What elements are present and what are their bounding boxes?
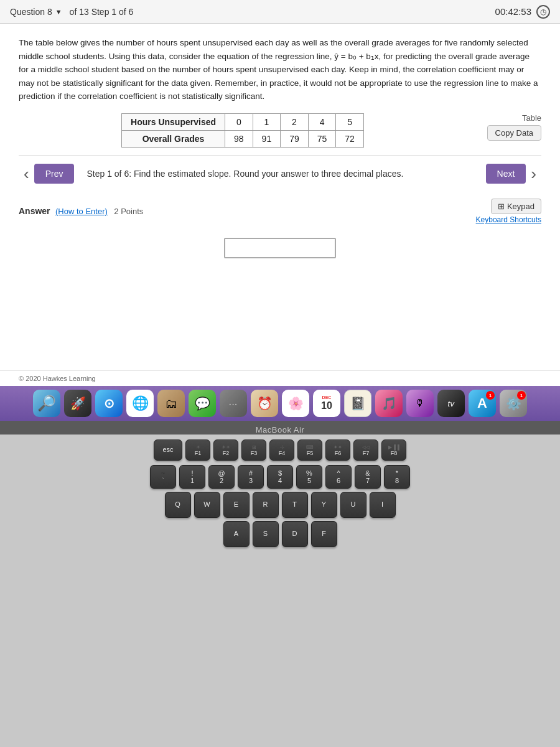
key-y[interactable]: Y [311,492,337,518]
key-t[interactable]: T [282,492,308,518]
next-button[interactable]: Next [486,164,526,184]
dock-finder[interactable]: 🔎 [33,390,60,417]
key-1[interactable]: ! 1 [179,465,205,489]
timer-display: 00:42:53 [495,6,531,17]
table-label: Table [522,113,541,123]
key-f4[interactable]: ⊹ F4 [269,439,294,461]
key-w[interactable]: W [194,492,220,518]
key-4[interactable]: $ 4 [267,465,293,489]
screen: Question 8 ▼ of 13 Step 1 of 6 00:42:53 … [0,0,560,386]
nav-row: ‹ Prev Step 1 of 6: Find the estimated s… [19,155,541,192]
key-f6[interactable]: ✦✦ F6 [325,439,350,461]
key-s[interactable]: S [253,521,279,547]
cell-grade-1: 91 [253,130,281,147]
key-i[interactable]: I [370,492,396,518]
key-5[interactable]: % 5 [296,465,322,489]
dock-chrome[interactable]: 🌐 [126,390,154,417]
answer-section: Answer (How to Enter) 2 Points ⊞ Keypad … [19,192,541,270]
key-r[interactable]: R [253,492,279,518]
key-f[interactable]: F [311,521,337,547]
key-f8[interactable]: ▶▐▐ F8 [381,439,406,461]
key-6[interactable]: ^ 6 [325,465,352,489]
timer-area: 00:42:53 ◷ [495,5,550,19]
question-selector[interactable]: Question 8 ▼ of 13 Step 1 of 6 [10,7,133,17]
dock-files[interactable]: 🗂 [157,390,185,417]
dock-podcast[interactable]: 🎙 [406,390,434,417]
dock-notes[interactable]: 📓 [344,390,371,417]
cell-hours-4: 5 [336,113,364,130]
dock-safari[interactable]: ⊙ [95,390,123,417]
appstore-badge: 1 [486,391,495,400]
key-esc[interactable]: esc [154,439,182,461]
dock-photos[interactable]: 🌸 [282,390,309,417]
qwerty-key-row: Q W E R T Y U I [12,492,548,518]
key-f1[interactable]: ☀ F1 [185,439,210,461]
answer-input[interactable] [224,238,336,258]
dock-bar: 🔎 🚀 ⊙ 🌐 🗂 💬 ··· ⏰ 🌸 DEC 10 📓 🎵 � [0,386,560,421]
keyboard-shortcuts-link[interactable]: Keyboard Shortcuts [476,215,541,224]
key-f5[interactable]: ⌨ F5 [297,439,322,461]
key-f7[interactable]: ◁◁ F7 [353,439,378,461]
dock-appletv[interactable]: tv [437,390,465,417]
col-header-label: Hours Unsupervised [122,113,225,130]
key-u[interactable]: U [340,492,366,518]
dock-music[interactable]: 🎵 [375,390,403,417]
macbook-label: MacBook Air [0,421,560,435]
cell-hours-0: 0 [225,113,253,130]
copy-data-button[interactable]: Copy Data [487,125,541,141]
step-info: of 13 Step 1 of 6 [70,7,134,17]
right-arrow-button[interactable]: › [526,162,541,186]
key-q[interactable]: Q [165,492,191,518]
left-arrow-button[interactable]: ‹ [19,162,34,186]
data-table: Hours Unsupervised 0 1 2 4 5 Overall Gra… [121,113,364,148]
top-bar: Question 8 ▼ of 13 Step 1 of 6 00:42:53 … [0,0,560,24]
key-a[interactable]: A [223,521,250,547]
key-f2[interactable]: ☀☀ F2 [213,439,238,461]
col-header-grades: Overall Grades [122,130,225,147]
how-to-enter-link[interactable]: (How to Enter) [55,207,108,216]
cell-grade-3: 75 [308,130,336,147]
chevron-down-icon: ▼ [55,8,62,16]
prev-button[interactable]: Prev [34,164,75,184]
esc-label: esc [162,446,173,454]
question-dropdown[interactable]: Question 8 ▼ [10,7,62,17]
key-e[interactable]: E [223,492,250,518]
step-label: Step 1 of 6: Find the estimated slope. R… [86,169,485,179]
keyboard-area: esc ☀ F1 ☀☀ F2 ⊞ F3 ⊹ F4 ⌨ F5 ✦✦ F6 ◁◁ F… [0,435,560,747]
answer-label: Answer [19,206,50,216]
appletv-label: tv [447,399,454,408]
dock-more[interactable]: ··· [220,390,247,417]
content-area: The table below gives the number of hour… [0,24,560,370]
dock-appstore[interactable]: A 1 [469,390,496,417]
dock-messages[interactable]: 💬 [189,390,216,417]
dock-clock[interactable]: ⏰ [251,390,278,417]
cell-hours-3: 4 [308,113,336,130]
question-label: Question 8 [10,7,52,17]
dock-settings[interactable]: ⚙️ 1 [500,390,527,417]
key-tilde[interactable]: ~ ` [150,465,176,489]
key-8[interactable]: * 8 [384,465,410,489]
dock-launchpad[interactable]: 🚀 [64,390,91,417]
settings-badge: 1 [517,391,526,400]
table-actions: Table Copy Data [479,113,541,141]
keypad-area: ⊞ Keypad Keyboard Shortcuts [476,199,541,224]
cell-hours-2: 2 [281,113,309,130]
key-d[interactable]: D [282,521,308,547]
points-label: 2 Points [114,207,143,216]
key-3[interactable]: # 3 [238,465,264,489]
cell-hours-1: 1 [253,113,281,130]
key-f3[interactable]: ⊞ F3 [241,439,266,461]
key-2[interactable]: @ 2 [208,465,235,489]
cell-grade-4: 72 [336,130,364,147]
dock-calendar[interactable]: DEC 10 [313,390,340,417]
asdf-key-row: A S D F [12,521,548,547]
timer-icon: ◷ [536,5,550,19]
copyright: © 2020 Hawkes Learning [0,370,560,386]
key-7[interactable]: & 7 [355,465,381,489]
problem-text: The table below gives the number of hour… [19,36,541,103]
cell-grade-2: 79 [281,130,309,147]
answer-header: Answer (How to Enter) 2 Points ⊞ Keypad … [19,199,541,224]
keypad-button[interactable]: ⊞ Keypad [491,199,541,214]
cell-grade-0: 98 [225,130,253,147]
answer-title: Answer (How to Enter) 2 Points [19,205,143,217]
